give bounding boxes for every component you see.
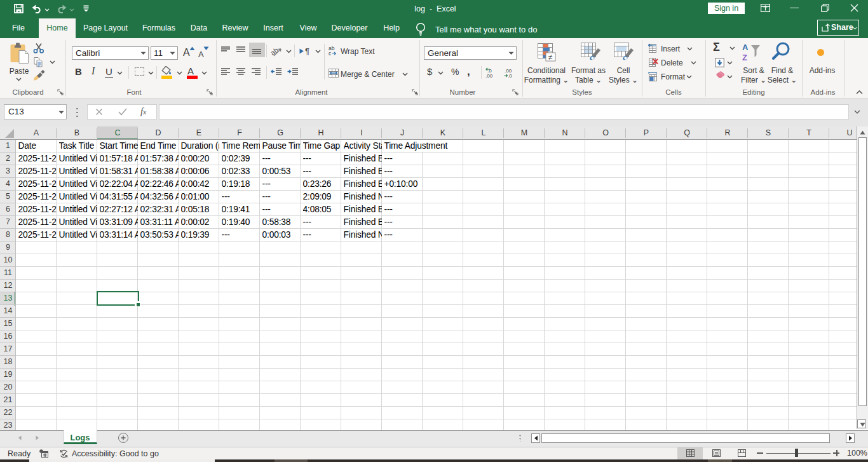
- svg-text:≠: ≠: [548, 53, 553, 62]
- svg-text:Z: Z: [742, 53, 747, 62]
- svg-text:.0: .0: [508, 73, 512, 79]
- svg-text:A: A: [742, 43, 749, 52]
- svg-text:.00: .00: [485, 73, 493, 79]
